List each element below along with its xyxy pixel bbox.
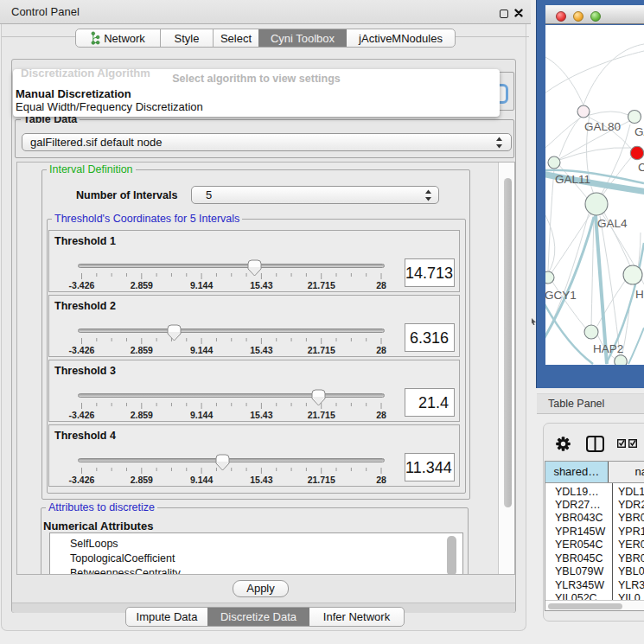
svg-text:GA: GA	[634, 125, 644, 138]
svg-text:GAL80: GAL80	[584, 120, 621, 133]
svg-text:GAL4: GAL4	[597, 217, 628, 230]
svg-text:GAL11: GAL11	[555, 173, 590, 186]
svg-text:H: H	[635, 288, 644, 301]
svg-text:HAP2: HAP2	[593, 342, 623, 355]
svg-text:C: C	[638, 161, 644, 174]
svg-text:GCY1: GCY1	[545, 289, 577, 302]
